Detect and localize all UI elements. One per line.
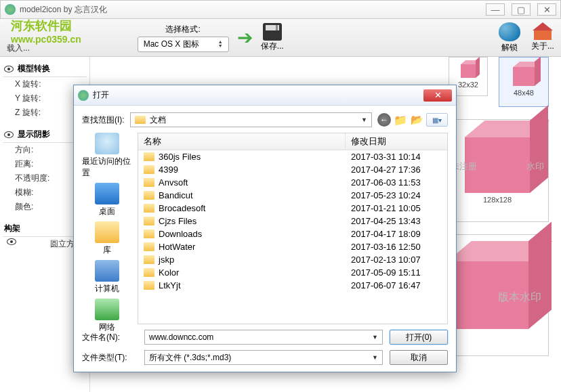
section-shadow-title: 显示阴影 [18, 129, 50, 140]
file-row[interactable]: LtkYjt2017-06-07 16:47 [138, 279, 447, 292]
file-row[interactable]: jskp2017-02-13 10:07 [138, 253, 447, 266]
file-row[interactable]: Kolor2017-05-09 15:11 [138, 266, 447, 279]
folder-icon [144, 281, 154, 290]
desktop-icon [95, 183, 119, 204]
filename-input[interactable]: www.downcc.com ▼ [144, 330, 383, 345]
open-button[interactable]: 打开(0) [390, 330, 448, 345]
y-rotate-label: Y 旋转: [15, 93, 41, 104]
folder-icon [144, 165, 154, 174]
file-name: Bandicut [159, 190, 193, 200]
combo-updown-icon: ▲▼ [218, 40, 223, 48]
save-icon[interactable] [263, 23, 282, 41]
thumb-48[interactable]: 48x48 [499, 57, 549, 107]
place-recent-label: 最近访问的位置 [82, 156, 132, 179]
shadow-direction-label: 方向: [15, 144, 33, 156]
file-name: jskp [159, 255, 174, 265]
folder-icon [144, 242, 154, 251]
filetype-value: 所有文件 (*.3ds;*.md3) [149, 352, 231, 364]
file-row[interactable]: 360js Files2017-03-31 10:14 [138, 150, 447, 163]
thumb-128[interactable]: 未注册 水印 128x128 [446, 119, 549, 222]
maximize-button[interactable]: ▢ [512, 3, 531, 16]
computer-icon [95, 260, 119, 282]
file-row[interactable]: Downloads2017-04-17 18:09 [138, 227, 447, 240]
format-value: Mac OS X 图标 [144, 39, 199, 50]
file-name: Kolor [159, 267, 179, 278]
eye-icon [4, 66, 14, 72]
about-icon[interactable] [533, 22, 553, 40]
network-icon [95, 299, 119, 320]
folder-icon [144, 217, 154, 225]
nav-back-button[interactable]: ← [377, 113, 391, 127]
place-recent[interactable]: 最近访问的位置 [82, 133, 132, 179]
file-row[interactable]: Anvsoft2017-06-03 11:53 [138, 176, 447, 189]
file-row[interactable]: HotWater2017-03-16 12:50 [138, 240, 447, 253]
place-libraries[interactable]: 库 [95, 221, 119, 256]
file-date: 2017-06-07 16:47 [346, 280, 447, 291]
cancel-button[interactable]: 取消 [390, 350, 448, 365]
close-button[interactable]: ✕ [537, 3, 556, 16]
main-toolbar: 河东软件园 www.pc0359.cn 载入... 选择格式: Mac OS X… [0, 19, 561, 57]
z-rotate-label: Z 旋转: [15, 107, 41, 118]
filename-label: 文件名(N): [82, 332, 138, 343]
minimize-button[interactable]: — [486, 3, 505, 16]
load-button[interactable]: 载入... [7, 43, 30, 54]
chevron-down-icon: ▼ [372, 334, 378, 341]
file-name: 360js Files [159, 152, 201, 162]
watermark-text-1: 河东软件园 [11, 18, 81, 34]
file-name: Anvsoft [159, 177, 188, 188]
section-model-title: 模型转换 [18, 63, 50, 74]
format-combobox[interactable]: Mac OS X 图标 ▲▼ [138, 37, 229, 52]
dialog-title: 打开 [93, 89, 423, 101]
filename-value: www.downcc.com [149, 332, 213, 342]
file-row[interactable]: Bandicut2017-05-23 10:24 [138, 189, 447, 202]
file-row[interactable]: 43992017-04-27 17:36 [138, 163, 447, 176]
unlock-label: 解锁 [501, 42, 518, 53]
shadow-blur-label: 模糊: [15, 187, 33, 198]
file-list[interactable]: 名称 修改日期 360js Files2017-03-31 10:1443992… [138, 133, 448, 324]
nav-up-button[interactable]: 📁 [394, 113, 407, 127]
file-date: 2017-04-25 13:43 [346, 215, 447, 227]
folder-icon [144, 191, 154, 200]
x-rotate-label: X 旋转: [15, 79, 41, 90]
unlock-icon[interactable] [499, 22, 520, 41]
watermark: 河东软件园 www.pc0359.cn [11, 18, 81, 45]
col-name[interactable]: 名称 [138, 133, 346, 150]
file-date: 2017-03-16 12:50 [346, 241, 447, 253]
look-in-value: 文档 [150, 114, 166, 126]
unreg-watermark-2: 水印 [526, 160, 544, 173]
file-row[interactable]: Brocadesoft2017-01-21 10:05 [138, 202, 447, 215]
shadow-color-label: 颜色: [15, 201, 33, 213]
filetype-combobox[interactable]: 所有文件 (*.3ds;*.md3) ▼ [144, 350, 383, 365]
place-libraries-label: 库 [103, 244, 111, 256]
dialog-close-button[interactable]: ✕ [423, 89, 452, 102]
window-titlebar: model2icon by 忘言汉化 — ▢ ✕ [0, 0, 561, 19]
save-label: 保存... [261, 41, 284, 52]
new-folder-button[interactable]: 📂 [410, 113, 423, 127]
thumb-128-label: 128x128 [483, 196, 512, 204]
file-date: 2017-03-31 10:14 [346, 151, 447, 162]
col-date[interactable]: 修改日期 [346, 133, 447, 150]
cube-icon [513, 67, 535, 86]
file-date: 2017-01-21 10:05 [346, 202, 447, 214]
app-icon [5, 4, 16, 15]
file-name: Downloads [159, 229, 202, 239]
place-computer[interactable]: 计算机 [95, 260, 119, 295]
look-in-combobox[interactable]: 文档 ▼ [130, 112, 372, 127]
format-label: 选择格式: [165, 24, 200, 35]
folder-icon [144, 204, 154, 213]
chevron-down-icon: ▼ [361, 116, 367, 123]
recent-icon [95, 133, 119, 154]
file-row[interactable]: Cjzs Files2017-04-25 13:43 [138, 215, 447, 227]
folder-icon [144, 255, 154, 264]
places-bar: 最近访问的位置 桌面 库 计算机 网络 [82, 133, 132, 324]
file-date: 2017-06-03 11:53 [346, 177, 447, 188]
thumb-32-label: 32x32 [458, 81, 478, 89]
arrow-right-icon: ➔ [237, 26, 253, 49]
file-date: 2017-04-17 18:09 [346, 228, 447, 240]
view-mode-button[interactable]: ▦▾ [426, 113, 448, 127]
filetype-label: 文件类型(T): [82, 352, 138, 364]
place-network[interactable]: 网络 [95, 299, 119, 333]
shadow-distance-label: 距离: [15, 158, 33, 170]
thumb-48-label: 48x48 [514, 89, 534, 97]
place-desktop[interactable]: 桌面 [95, 183, 119, 217]
